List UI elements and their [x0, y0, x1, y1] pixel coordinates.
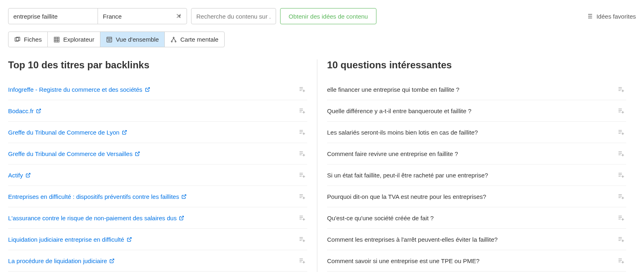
add-to-list-icon: [298, 236, 306, 243]
backlink-title: Greffe du Tribunal de Commerce de Versai…: [8, 150, 132, 157]
question-text: Comment les entreprises à l'arrêt peuven…: [327, 236, 616, 243]
left-column-title: Top 10 des titres par backlinks: [8, 59, 307, 71]
add-idea-button[interactable]: [297, 148, 307, 159]
add-idea-button[interactable]: [297, 127, 307, 137]
question-row: Quelle différence y a-t-il entre banquer…: [327, 100, 626, 122]
tab-vue-label: Vue d'ensemble: [116, 36, 159, 43]
add-idea-button[interactable]: [616, 255, 626, 266]
question-text: Qu'est-ce qu'une société créée de fait ?: [327, 215, 616, 221]
tab-vue-ensemble[interactable]: Vue d'ensemble: [100, 32, 165, 47]
right-column-title: 10 questions intéressantes: [327, 59, 626, 71]
backlink-row: Bodacc.fr: [8, 100, 307, 122]
overview-icon: [106, 36, 113, 43]
external-link-icon: [181, 194, 187, 199]
tabs-row: Fiches Explorateur Vue d'ensemble Carte …: [8, 32, 225, 47]
question-row: Comment faire revivre une entreprise en …: [327, 143, 626, 164]
question-text: Pourquoi dit-on que la TVA est neutre po…: [327, 193, 616, 200]
country-value: France: [103, 13, 122, 20]
tab-carte-mentale[interactable]: Carte mentale: [165, 32, 224, 47]
tab-carte-label: Carte mentale: [180, 36, 218, 43]
backlink-link[interactable]: Bodacc.fr: [8, 108, 41, 114]
backlink-link[interactable]: Entreprises en difficulté : dispositifs …: [8, 193, 187, 200]
keyword-country-wrap: ✕ France ▼: [8, 8, 187, 24]
backlink-title: L'assurance contre le risque de non-paie…: [8, 215, 176, 221]
backlink-row: Liquidation judiciaire entreprise en dif…: [8, 229, 307, 250]
add-to-list-icon: [298, 214, 306, 221]
question-row: Comment savoir si une entreprise est une…: [327, 250, 626, 272]
add-idea-button[interactable]: [297, 255, 307, 266]
add-idea-button[interactable]: [616, 84, 626, 95]
keyword-input[interactable]: [9, 8, 98, 24]
backlink-title: Bodacc.fr: [8, 108, 34, 114]
add-idea-button[interactable]: [616, 127, 626, 137]
add-to-list-icon: [298, 150, 306, 157]
list-icon: [586, 13, 593, 20]
svg-line-22: [147, 87, 149, 90]
backlink-title: La procédure de liquidation judiciaire: [8, 257, 107, 264]
add-idea-button[interactable]: [616, 105, 626, 116]
backlink-link[interactable]: Liquidation judiciaire entreprise en dif…: [8, 236, 132, 243]
backlink-link[interactable]: Greffe du Tribunal de Commerce de Versai…: [8, 150, 140, 157]
tab-explorateur-label: Explorateur: [63, 36, 94, 43]
external-link-icon: [179, 215, 184, 221]
add-to-list-icon: [298, 86, 306, 93]
add-idea-button[interactable]: [616, 191, 626, 202]
question-row: Comment les entreprises à l'arrêt peuven…: [327, 229, 626, 250]
add-idea-button[interactable]: [297, 84, 307, 95]
questions-list: elle financer une entreprise qui tombe e…: [327, 79, 626, 272]
backlink-row: Greffe du Tribunal de Commerce de Versai…: [8, 143, 307, 164]
add-idea-button[interactable]: [616, 213, 626, 223]
add-idea-button[interactable]: [297, 191, 307, 202]
backlink-link[interactable]: Greffe du Tribunal de Commerce de Lyon: [8, 129, 127, 136]
backlink-row: Actify: [8, 164, 307, 186]
question-row: Si un état fait faillite, peut-il être r…: [327, 164, 626, 186]
tab-fiches-label: Fiches: [24, 36, 42, 43]
add-to-list-icon: [617, 236, 625, 243]
svg-point-18: [171, 41, 172, 42]
add-idea-button[interactable]: [297, 234, 307, 245]
columns: Top 10 des titres par backlinks Infogref…: [8, 59, 636, 272]
clear-keyword-button[interactable]: ✕: [174, 10, 183, 22]
country-select[interactable]: France ▼: [98, 8, 187, 24]
svg-line-21: [174, 38, 176, 41]
add-to-list-icon: [617, 193, 625, 200]
add-to-list-icon: [617, 129, 625, 136]
svg-point-17: [173, 37, 174, 38]
add-to-list-icon: [298, 193, 306, 200]
add-idea-button[interactable]: [616, 170, 626, 180]
favorite-ideas-link[interactable]: Idées favorites: [586, 13, 636, 20]
left-column: Top 10 des titres par backlinks Infogref…: [8, 59, 317, 272]
backlinks-list: Infogreffe - Registre du commerce et des…: [8, 79, 307, 272]
add-idea-button[interactable]: [616, 148, 626, 159]
backlink-link[interactable]: La procédure de liquidation judiciaire: [8, 257, 115, 264]
cards-icon: [14, 36, 21, 43]
svg-rect-8: [54, 37, 59, 42]
add-to-list-icon: [298, 129, 306, 136]
add-to-list-icon: [298, 257, 306, 264]
external-link-icon: [109, 258, 115, 264]
backlink-title: Greffe du Tribunal de Commerce de Lyon: [8, 129, 119, 136]
external-link-icon: [26, 173, 31, 178]
add-to-list-icon: [298, 171, 306, 179]
svg-line-28: [38, 109, 41, 111]
add-idea-button[interactable]: [297, 105, 307, 116]
question-row: Pourquoi dit-on que la TVA est neutre po…: [327, 186, 626, 207]
backlink-row: Entreprises en difficulté : dispositifs …: [8, 186, 307, 207]
question-text: Comment faire revivre une entreprise en …: [327, 150, 616, 157]
external-link-icon: [145, 87, 150, 92]
content-search-input[interactable]: [191, 8, 276, 24]
add-to-list-icon: [617, 86, 625, 93]
get-ideas-button[interactable]: Obtenir des idées de contenu: [280, 8, 376, 24]
add-idea-button[interactable]: [297, 170, 307, 180]
mindmap-icon: [170, 36, 177, 43]
backlink-link[interactable]: Actify: [8, 172, 31, 179]
svg-line-70: [112, 259, 114, 261]
tab-explorateur[interactable]: Explorateur: [48, 32, 100, 47]
external-link-icon: [36, 108, 41, 114]
add-idea-button[interactable]: [616, 234, 626, 245]
question-text: Si un état fait faillite, peut-il être r…: [327, 172, 616, 179]
tab-fiches[interactable]: Fiches: [9, 32, 48, 47]
add-idea-button[interactable]: [297, 213, 307, 223]
backlink-link[interactable]: L'assurance contre le risque de non-paie…: [8, 215, 184, 221]
backlink-link[interactable]: Infogreffe - Registre du commerce et des…: [8, 86, 150, 93]
